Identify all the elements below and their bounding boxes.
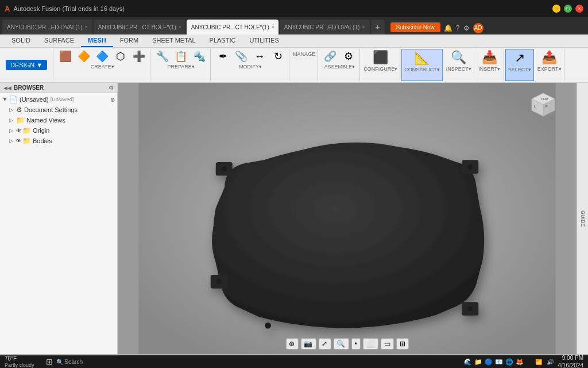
volume-icon: 🔊	[547, 359, 554, 365]
bodies-eye-icon[interactable]: 👁	[16, 138, 21, 144]
origin-eye-icon[interactable]: 👁	[16, 128, 21, 133]
tab-1[interactable]: ANYCUBIC PR...ED OVAL(1) ×	[2, 20, 92, 34]
tab-3[interactable]: ANYCUBIC PR...CT HOLE*(1) ×	[187, 20, 278, 34]
create-icon-5[interactable]: ➕	[130, 50, 148, 63]
minimize-button[interactable]: –	[552, 5, 560, 13]
modify-icon-3[interactable]: ↔	[251, 50, 268, 63]
create-icon-1[interactable]: 🟫	[57, 50, 74, 63]
origin-label: Origin	[33, 127, 49, 134]
tree-item-bodies[interactable]: ▷ 👁 📁 Bodies	[0, 136, 117, 146]
browser-collapse-icon[interactable]: ◀◀	[3, 85, 11, 91]
taskbar-icon-1[interactable]: 🌊	[464, 358, 472, 366]
notifications-icon[interactable]: 🔔	[444, 24, 452, 32]
bodies-label: Bodies	[33, 137, 52, 144]
tab-3-close[interactable]: ×	[272, 24, 274, 30]
design-dropdown-button[interactable]: DESIGN ▼	[6, 60, 47, 70]
create-label[interactable]: CREATE▾	[91, 64, 114, 70]
insert-label[interactable]: INSERT▾	[478, 66, 500, 72]
vp-btn-camera[interactable]: 📷	[300, 338, 316, 350]
vp-btn-display[interactable]: ⬜	[363, 338, 378, 350]
tab-1-close[interactable]: ×	[85, 24, 88, 30]
tab-2[interactable]: ANYCUBIC PR...CT HOLE*(1) ×	[94, 20, 185, 34]
tree-item-docsettings[interactable]: ▷ ⚙ Document Settings	[0, 105, 117, 115]
statusbar-date: 4/16/2024	[558, 362, 584, 368]
windows-start-icon[interactable]: ⊞	[46, 357, 53, 366]
prepare-icon-3[interactable]: 🔩	[191, 50, 208, 63]
vp-btn-zoom-fit[interactable]: ⤢	[318, 338, 331, 350]
taskbar-icon-3[interactable]: 🔵	[485, 358, 493, 366]
tree-item-origin[interactable]: ▷ 👁 📁 Origin	[0, 125, 117, 136]
vp-btn-dot[interactable]: •	[351, 338, 360, 350]
tree-item-unsaved[interactable]: ▼ 📄 (Unsaved) [Unsaved] ⊕	[0, 94, 117, 105]
prepare-icon-2[interactable]: 📋	[172, 50, 189, 63]
modify-icon-2[interactable]: 📎	[233, 50, 250, 63]
create-icon-4[interactable]: ⬡	[112, 50, 129, 63]
tab-4[interactable]: ANYCUBIC PR...ED OVAL(1) ×	[280, 20, 370, 34]
vp-btn-crosshair[interactable]: ⊕	[285, 338, 298, 350]
tab-2-close[interactable]: ×	[179, 24, 181, 30]
select-icon-1[interactable]: ↗	[511, 51, 528, 66]
configure-label[interactable]: CONFIGURE▾	[363, 66, 397, 72]
vp-btn-grid[interactable]: ▭	[381, 338, 394, 350]
assemble-label[interactable]: ASSEMBLE▾	[324, 64, 355, 70]
titlebar-controls: – □ ×	[552, 5, 583, 13]
export-icon-1[interactable]: 📤	[540, 50, 559, 65]
close-button[interactable]: ×	[575, 5, 583, 13]
search-icon[interactable]: 🔍 Search	[56, 359, 83, 365]
construct-group: 📐 CONSTRUCT▾	[401, 49, 443, 81]
ribbon-tab-solid[interactable]: SOLID	[5, 34, 37, 47]
modify-label[interactable]: MODIFY▾	[239, 64, 262, 70]
ribbon-tab-utilities[interactable]: UTILITIES	[242, 34, 285, 47]
inspect-icon-1[interactable]: 🔍	[449, 50, 468, 65]
new-tab-button[interactable]: +	[371, 20, 385, 34]
taskbar-icon-4[interactable]: 📧	[495, 358, 503, 366]
taskbar-icon-6[interactable]: 🦊	[516, 358, 524, 366]
unsaved-icon: 📄	[9, 95, 18, 103]
tree-item-namedviews[interactable]: ▷ 📁 Named Views	[0, 115, 117, 125]
configure-icon-1[interactable]: ⬛	[371, 50, 390, 65]
browser-settings-icon[interactable]: ⚙	[109, 85, 114, 91]
modify-icon-1[interactable]: ✒	[214, 50, 231, 63]
export-label[interactable]: EXPORT▾	[537, 66, 562, 72]
ribbon-tab-sheetmetal[interactable]: SHEET METAL	[145, 34, 202, 47]
insert-group: 📥 INSERT▾	[475, 49, 504, 81]
construct-icon-1[interactable]: 📐	[412, 51, 431, 66]
titlebar-left: A Autodesk Fusion (Trial ends in 16 days…	[5, 5, 125, 13]
create-icon-3[interactable]: 🔷	[94, 50, 111, 63]
ribbon-tab-form[interactable]: FORM	[113, 34, 145, 47]
taskbar-icon-5[interactable]: 🌐	[505, 358, 513, 366]
unsaved-add-icon[interactable]: ⊕	[110, 97, 115, 103]
model-view	[118, 83, 577, 354]
ribbon-tab-plastic[interactable]: PLASTIC	[203, 34, 243, 47]
viewport[interactable]: TOP R L ⌂ ⊕ 📷 ⤢ 🔍 • ⬜ ▭ ⊞	[118, 83, 577, 354]
prepare-label[interactable]: PREPARE▾	[167, 64, 194, 70]
taskbar-icon-2[interactable]: 📁	[474, 358, 482, 366]
modify-icon-4[interactable]: ↻	[269, 50, 287, 63]
prepare-icon-1[interactable]: 🔧	[154, 50, 171, 63]
vp-btn-zoom[interactable]: 🔍	[333, 338, 349, 350]
subscribe-button[interactable]: Subscribe Now	[390, 22, 440, 32]
ribbon-tab-mesh[interactable]: MESH	[81, 34, 113, 47]
select-label[interactable]: SELECT▾	[508, 67, 531, 72]
settings-icon[interactable]: ⚙	[463, 24, 470, 32]
assemble-group: 🔗 ⚙ ASSEMBLE▾	[319, 49, 360, 81]
guide-panel[interactable]: GUIDE	[577, 83, 588, 354]
manage-group: MANAGE	[291, 49, 318, 81]
viewport-toolbar: ⊕ 📷 ⤢ 🔍 • ⬜ ▭ ⊞	[285, 338, 408, 350]
assemble-icon-2[interactable]: ⚙	[340, 50, 357, 63]
tab-4-close[interactable]: ×	[362, 24, 365, 30]
unsaved-badge: [Unsaved]	[51, 97, 74, 102]
ribbon-tab-surface[interactable]: SURFACE	[37, 34, 81, 47]
help-icon[interactable]: ?	[456, 24, 460, 32]
construct-label[interactable]: CONSTRUCT▾	[404, 67, 440, 72]
tab-icons: Subscribe Now 🔔 ? ⚙ AD	[390, 22, 483, 33]
inspect-label[interactable]: INSPECT▾	[446, 66, 471, 72]
account-icon[interactable]: AD	[473, 23, 483, 33]
vp-btn-view[interactable]: ⊞	[396, 338, 409, 350]
maximize-button[interactable]: □	[564, 5, 572, 13]
statusbar: 78°F Partly cloudy ⊞ 🔍 Search 🌊 📁 🔵 📧 🌐 …	[0, 355, 588, 368]
create-icon-2[interactable]: 🔶	[75, 50, 92, 63]
insert-icon-1[interactable]: 📥	[480, 50, 499, 65]
assemble-icon-1[interactable]: 🔗	[322, 50, 339, 63]
navigation-cube[interactable]: TOP R L ⌂	[526, 87, 560, 122]
